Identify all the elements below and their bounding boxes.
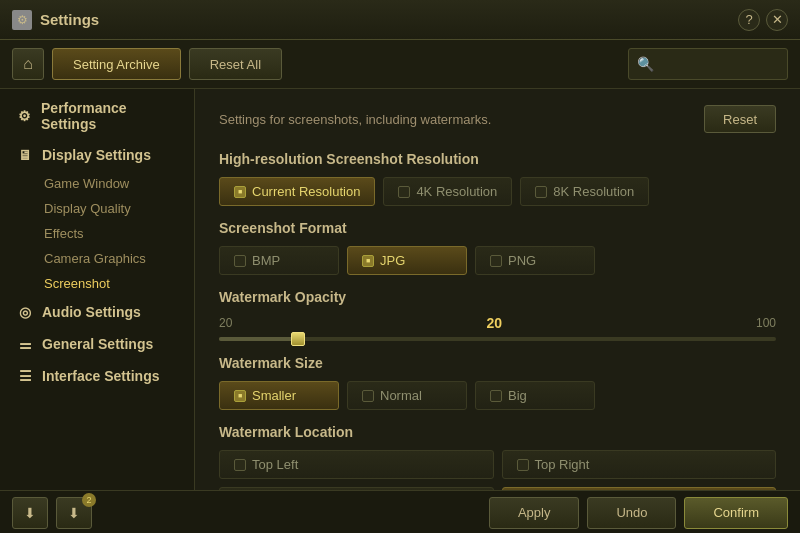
format-section-title: Screenshot Format [219,220,776,236]
normal-check [362,390,374,402]
jpg-label: JPG [380,253,405,268]
slider-labels: 20 20 100 [219,315,776,331]
sidebar-item-camera-graphics[interactable]: Camera Graphics [36,246,194,271]
download-icon: ⬇ [24,505,36,521]
close-button[interactable]: ✕ [766,9,788,31]
option-top-right[interactable]: Top Right [502,450,777,479]
sidebar-label-general: General Settings [42,336,153,352]
big-label: Big [508,388,527,403]
current-resolution-label: Current Resolution [252,184,360,199]
settings-icon: ⚙ [12,10,32,30]
title-bar: ⚙ Settings ? ✕ [0,0,800,40]
search-icon: 🔍 [637,56,654,72]
format-options: BMP JPG PNG [219,246,776,275]
sidebar-item-display-quality[interactable]: Display Quality [36,196,194,221]
smaller-check [234,390,246,402]
option-jpg[interactable]: JPG [347,246,467,275]
option-smaller[interactable]: Smaller [219,381,339,410]
resolution-section-title: High-resolution Screenshot Resolution [219,151,776,167]
smaller-label: Smaller [252,388,296,403]
sidebar-item-performance[interactable]: ⚙ Performance Settings [0,93,194,139]
4k-resolution-label: 4K Resolution [416,184,497,199]
option-normal[interactable]: Normal [347,381,467,410]
sidebar-item-effects[interactable]: Effects [36,221,194,246]
confirm-button[interactable]: Confirm [684,497,788,529]
opacity-section-title: Watermark Opacity [219,289,776,305]
bottom-right: Apply Undo Confirm [489,497,788,529]
sidebar-item-display[interactable]: 🖥 Display Settings [0,139,194,171]
sidebar-item-screenshot[interactable]: Screenshot [36,271,194,296]
general-icon: ⚌ [16,335,34,353]
sidebar-label-camera-graphics: Camera Graphics [44,251,146,266]
resolution-options: Current Resolution 4K Resolution 8K Reso… [219,177,776,206]
8k-resolution-label: 8K Resolution [553,184,634,199]
toolbar: ⌂ Setting Archive Reset All 🔍 [0,40,800,89]
help-button[interactable]: ? [738,9,760,31]
big-check [490,390,502,402]
sidebar-label-audio: Audio Settings [42,304,141,320]
location-options: Top Left Top Right Bottom Left Bottom Ri… [219,450,776,490]
option-8k-resolution[interactable]: 8K Resolution [520,177,649,206]
slider-fill [219,337,297,341]
bmp-check [234,255,246,267]
8k-resolution-check [535,186,547,198]
setting-archive-button[interactable]: Setting Archive [52,48,181,80]
download-button[interactable]: ⬇ [12,497,48,529]
top-left-check [234,459,246,471]
jpg-check [362,255,374,267]
option-png[interactable]: PNG [475,246,595,275]
sidebar-label-display-quality: Display Quality [44,201,131,216]
window-title: Settings [40,11,99,28]
sidebar-label-screenshot: Screenshot [44,276,110,291]
apply-button[interactable]: Apply [489,497,580,529]
undo-button[interactable]: Undo [587,497,676,529]
description-text: Settings for screenshots, including wate… [219,112,491,127]
bottom-bar: ⬇ ⬇ 2 Apply Undo Confirm [0,490,800,533]
sidebar-label-interface: Interface Settings [42,368,159,384]
reset-all-button[interactable]: Reset All [189,48,282,80]
home-button[interactable]: ⌂ [12,48,44,80]
home-icon: ⌂ [23,55,33,73]
size-section-title: Watermark Size [219,355,776,371]
slider-thumb[interactable] [291,332,305,346]
top-right-label: Top Right [535,457,590,472]
sidebar-item-interface[interactable]: ☰ Interface Settings [0,360,194,392]
slider-min: 20 [219,316,232,330]
sidebar-label-game-window: Game Window [44,176,129,191]
performance-icon: ⚙ [16,107,33,125]
main-layout: ⚙ Performance Settings 🖥 Display Setting… [0,89,800,490]
sidebar-item-general[interactable]: ⚌ General Settings [0,328,194,360]
content-area: Settings for screenshots, including wate… [195,89,800,490]
png-check [490,255,502,267]
title-bar-left: ⚙ Settings [12,10,99,30]
bottom-left: ⬇ ⬇ 2 [12,497,92,529]
slider-max: 100 [756,316,776,330]
top-left-label: Top Left [252,457,298,472]
search-input[interactable] [658,57,779,72]
option-bmp[interactable]: BMP [219,246,339,275]
audio-icon: ◎ [16,303,34,321]
search-box[interactable]: 🔍 [628,48,788,80]
size-options: Smaller Normal Big [219,381,776,410]
title-bar-right: ? ✕ [738,9,788,31]
download2-icon: ⬇ [68,505,80,521]
sidebar-item-game-window[interactable]: Game Window [36,171,194,196]
sidebar-sub-display: Game Window Display Quality Effects Came… [0,171,194,296]
download2-button[interactable]: ⬇ 2 [56,497,92,529]
normal-label: Normal [380,388,422,403]
option-bottom-left[interactable]: Bottom Left [219,487,494,490]
option-4k-resolution[interactable]: 4K Resolution [383,177,512,206]
option-big[interactable]: Big [475,381,595,410]
slider-track[interactable] [219,337,776,341]
option-bottom-right[interactable]: Bottom Right [502,487,777,490]
display-icon: 🖥 [16,146,34,164]
reset-button[interactable]: Reset [704,105,776,133]
option-top-left[interactable]: Top Left [219,450,494,479]
option-current-resolution[interactable]: Current Resolution [219,177,375,206]
sidebar-item-audio[interactable]: ◎ Audio Settings [0,296,194,328]
slider-value: 20 [486,315,502,331]
interface-icon: ☰ [16,367,34,385]
sidebar-label-display: Display Settings [42,147,151,163]
bmp-label: BMP [252,253,280,268]
sidebar-label-performance: Performance Settings [41,100,178,132]
